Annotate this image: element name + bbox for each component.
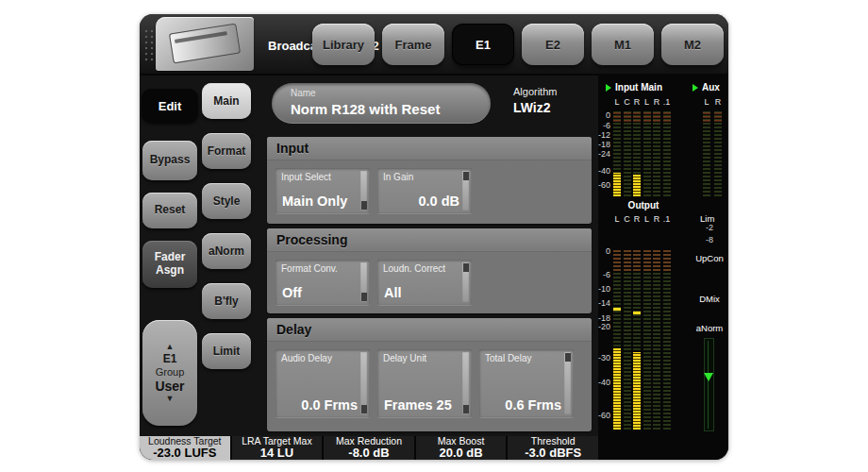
top-tabs: LibraryFrameE1E2M1M2 — [312, 24, 724, 65]
input-main-meter-6 — [663, 111, 671, 196]
tab-frame[interactable]: Frame — [382, 24, 444, 65]
play-indicator-icon — [606, 84, 611, 92]
footer-bar: Loudness Target-23.0 LUFSLRA Target Max1… — [140, 436, 598, 460]
footer-max-reduction[interactable]: Max Reduction-8.0 dB — [322, 436, 414, 460]
field-loudn-correct[interactable]: Loudn. CorrectAll — [377, 260, 472, 305]
anorm-indicator-icon — [704, 373, 713, 381]
subnav-main[interactable]: Main — [202, 83, 251, 119]
output-scale-label: -14 — [598, 298, 610, 308]
scrollbar-thumb[interactable] — [361, 405, 367, 413]
footer-lra-target-max[interactable]: LRA Target Max14 LU — [230, 436, 323, 460]
algorithm-block: Algorithm LWiz2 — [513, 86, 557, 115]
field-audio-delay[interactable]: Audio Delay0.0 Frms — [275, 349, 370, 417]
field-input-select[interactable]: Input SelectMain Only — [275, 168, 370, 213]
top-bar: Broadcast Unit #22 LibraryFrameE1E2M1M2 — [140, 14, 728, 76]
footer-threshold[interactable]: Threshold-3.0 dBFS — [506, 436, 598, 460]
input-main-meter-2 — [624, 111, 631, 196]
field-scrollbar[interactable] — [564, 352, 571, 414]
section-title: Delay — [267, 318, 592, 342]
side-label-anorm: aNorm — [693, 323, 726, 333]
input-scale-label: -40 — [598, 166, 610, 176]
input-channel-label: .1 — [661, 97, 672, 107]
footer-value: -3.0 dBFS — [525, 447, 581, 460]
output-channel-label: C — [622, 214, 632, 224]
footer-loudness-target[interactable]: Loudness Target-23.0 LUFS — [140, 436, 230, 460]
output-channel-label: L — [612, 214, 623, 224]
scrollbar-thumb[interactable] — [361, 293, 367, 301]
footer-value: -8.0 dB — [348, 447, 389, 460]
input-channel-label: R — [632, 97, 643, 107]
brand-plate — [156, 17, 254, 71]
input-scale-label: 0 — [598, 110, 610, 120]
scrollbar-thumb[interactable] — [361, 201, 367, 210]
tab-library[interactable]: Library — [312, 24, 375, 65]
output-scale-label: -40 — [598, 378, 610, 387]
group-up-icon[interactable]: ▲ — [166, 343, 175, 351]
device-frame: Broadcast Unit #22 LibraryFrameE1E2M1M2 … — [140, 14, 728, 460]
subnav-style[interactable]: Style — [202, 183, 251, 219]
side-label-upcon: UpCon — [693, 253, 726, 263]
field-scrollbar[interactable] — [360, 262, 367, 302]
algorithm-value: LWiz2 — [513, 100, 557, 115]
output-meter-4 — [643, 249, 651, 430]
tab-m2[interactable]: M2 — [661, 24, 724, 65]
group-down-icon[interactable]: ▼ — [166, 395, 175, 403]
aux-meter-2 — [714, 111, 722, 196]
field-delay-unit[interactable]: Delay UnitFrames 25 — [377, 349, 472, 417]
lim-scale-label: -2 — [693, 223, 713, 232]
aux-channel-label: R — [713, 97, 724, 107]
scrollbar-thumb[interactable] — [565, 353, 571, 362]
input-scale-label: -6 — [598, 121, 610, 130]
output-scale-label: -60 — [598, 411, 610, 420]
group-line2: Group — [156, 366, 185, 378]
field-label: Total Delay — [485, 353, 531, 363]
field-value: All — [384, 285, 459, 300]
output-meter-2 — [624, 249, 631, 430]
output-scale-label: -20 — [598, 322, 610, 331]
subnav-anorm[interactable]: aNorm — [202, 233, 251, 269]
tab-e2[interactable]: E2 — [522, 24, 584, 65]
scrollbar-thumb[interactable] — [463, 405, 469, 413]
scrollbar-thumb[interactable] — [463, 263, 469, 272]
input-channel-label: L — [612, 97, 623, 107]
sidebar-button-bypass[interactable]: Bypass — [142, 141, 197, 180]
field-scrollbar[interactable] — [462, 171, 469, 211]
footer-max-boost[interactable]: Max Boost20.0 dB — [414, 436, 507, 460]
field-format-conv[interactable]: Format Conv.Off — [275, 260, 370, 305]
tab-m1[interactable]: M1 — [592, 24, 654, 65]
group-selector[interactable]: ▲ E1 Group User ▼ — [142, 320, 197, 426]
field-total-delay[interactable]: Total Delay0.6 Frms — [479, 349, 574, 417]
sections: InputInput SelectMain OnlyIn Gain0.0 dBP… — [267, 137, 592, 431]
output-channel-label: .1 — [661, 214, 672, 224]
tab-edit[interactable]: Edit — [142, 89, 198, 123]
input-channel-label: L — [642, 97, 652, 107]
preset-name-field[interactable]: Name Norm R128 with Reset — [272, 83, 491, 124]
anorm-gain-meter — [704, 338, 714, 431]
field-scrollbar[interactable] — [360, 171, 367, 211]
scrollbar-thumb[interactable] — [463, 172, 469, 180]
section-input: InputInput SelectMain OnlyIn Gain0.0 dB — [267, 137, 592, 224]
output-scale-label: -6 — [598, 270, 610, 279]
field-scrollbar[interactable] — [462, 262, 469, 302]
input-scale-label: -12 — [598, 130, 610, 140]
subnav-format[interactable]: Format — [202, 133, 251, 169]
group-line3: User — [155, 379, 184, 394]
subnav-limit[interactable]: Limit — [202, 333, 251, 369]
footer-value: -23.0 LUFS — [153, 447, 216, 460]
field-label: In Gain — [383, 172, 413, 182]
input-main-meter-4 — [643, 111, 651, 196]
section-delay: DelayAudio Delay0.0 FrmsDelay UnitFrames… — [267, 318, 592, 431]
field-label: Audio Delay — [281, 353, 332, 363]
output-meter-5 — [653, 249, 660, 430]
section-title: Processing — [267, 228, 592, 252]
subnav-b-fly[interactable]: B'fly — [202, 283, 251, 319]
output-channel-label: L — [642, 214, 652, 224]
sidebar-button-fader-asgn[interactable]: FaderAsgn — [142, 241, 197, 288]
field-scrollbar[interactable] — [360, 352, 367, 414]
sidebar-button-reset[interactable]: Reset — [142, 193, 197, 228]
field-scrollbar[interactable] — [462, 352, 469, 414]
section-processing: ProcessingFormat Conv.OffLoudn. CorrectA… — [267, 228, 592, 313]
output-meter-1 — [613, 249, 621, 430]
tab-e1[interactable]: E1 — [452, 24, 514, 65]
field-in-gain[interactable]: In Gain0.0 dB — [377, 168, 472, 213]
